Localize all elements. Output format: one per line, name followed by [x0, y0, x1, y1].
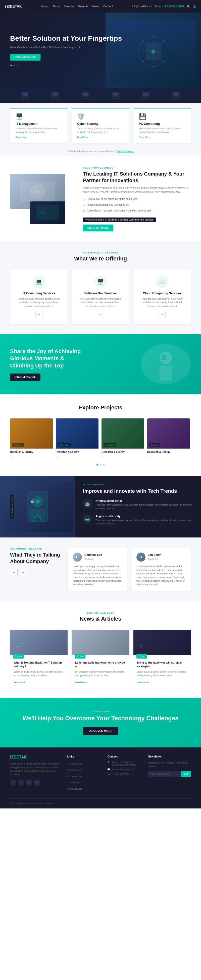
footer-link-2-anchor[interactable]: Cyber Security: [67, 769, 81, 771]
project-link-2[interactable]: →: [56, 456, 58, 458]
project-link-1[interactable]: →: [10, 456, 12, 458]
offering-arrow-2[interactable]: →: [97, 311, 104, 318]
twitter-icon[interactable]: t: [18, 780, 24, 786]
nav-about[interactable]: About: [53, 5, 60, 8]
project-card-1: Hardware Research & Energy →: [10, 418, 53, 459]
project-category-4: Business: [149, 443, 160, 447]
partner-logo-2: PARTNER: [51, 92, 59, 99]
service-card-more-1[interactable]: Read More: [16, 136, 62, 138]
nav-logo[interactable]: iiZEETAK: [5, 4, 22, 8]
footer-contact-col: Contact 📍 IT Your IT Services Company Ad…: [107, 755, 140, 792]
project-link-4[interactable]: →: [147, 456, 150, 458]
project-title-2: Research & Energy: [56, 449, 99, 454]
project-dot-1[interactable]: [96, 464, 98, 466]
svg-text:IT Work: IT Work: [31, 190, 40, 193]
news-read-more-1[interactable]: Read More: [14, 681, 25, 684]
project-image-4: Business: [147, 418, 190, 449]
nav-projects[interactable]: Projects: [78, 5, 88, 8]
news-read-more-2[interactable]: Read More: [75, 681, 87, 684]
footer-link-4: IT Consulting: [67, 780, 100, 784]
newsletter-email-input[interactable]: [148, 771, 181, 777]
hero-dot-1[interactable]: [10, 65, 12, 66]
testimonial-author-2: J Jon Smith Customer: [136, 552, 186, 562]
nav-news[interactable]: News: [93, 5, 99, 8]
cta-banner-title: Share the Joy of Achieving Glorious Mome…: [10, 348, 85, 369]
user-icon[interactable]: 👤: [193, 5, 196, 8]
service-card-more-2[interactable]: Read More: [77, 136, 124, 138]
partner-note-link[interactable]: Find Our Solution: [116, 150, 134, 153]
footer-about-text: Lorem ipsum is simply dummy text of the …: [10, 762, 59, 776]
hero-section: Better Solution at Your Fingertips We're…: [0, 13, 201, 88]
svg-rect-22: [160, 366, 172, 380]
offerings-label: Wide Range of Services: [10, 251, 191, 254]
tech-item-2-title: Augmented Reality: [96, 515, 193, 518]
news-card-1: 15 Jan 💻 What is Holding Back the IT Sol…: [10, 630, 68, 688]
partner-logo-3: PARTNER: [81, 92, 90, 99]
linkedin-icon[interactable]: in: [26, 780, 32, 786]
testimonial-next-button[interactable]: →: [19, 569, 27, 576]
project-link-3[interactable]: →: [102, 456, 104, 458]
news-card-2: 18 Jan 🤖 Leverage agile frameworks to pr…: [72, 630, 129, 688]
footer-links-title: Links: [67, 755, 100, 758]
instagram-icon[interactable]: ig: [34, 780, 40, 786]
testimonial-author-info-1: Christina Eva Customer: [85, 553, 102, 561]
footer-link-4-anchor[interactable]: IT Consulting: [67, 781, 80, 784]
offering-arrow-3[interactable]: →: [158, 311, 166, 318]
svg-rect-13: [113, 93, 118, 96]
footer-link-5-anchor[interactable]: Cloud Services: [67, 788, 82, 790]
offering-desc-2: There are many variations of lorem ipsum…: [77, 297, 124, 308]
news-desc-2: Lorem ipsum is simply dummy text of the …: [75, 670, 126, 677]
navbar-right: info@izeetak.com Free: + 1 800 666 0000 …: [132, 5, 196, 8]
testimonials-label: Customers Feedback: [10, 547, 60, 550]
testimonial-author-1: C Christina Eva Customer: [73, 552, 122, 562]
social-links: f t in ig: [10, 780, 59, 786]
project-card-3: Healthcare Research & Energy →: [102, 418, 144, 459]
facebook-icon[interactable]: f: [10, 780, 16, 786]
testimonial-prev-button[interactable]: ←: [10, 569, 18, 576]
tech-label: IT Technology: [83, 483, 193, 486]
footer-newsletter-col: Newsletter Subscribe to our newsletter t…: [148, 755, 191, 792]
search-icon[interactable]: 🔍: [187, 5, 190, 8]
footer-newsletter-desc: Subscribe to our newsletter to get lates…: [148, 761, 191, 768]
hero-content: Better Solution at Your Fingertips We're…: [10, 34, 191, 67]
service-cards-section: 🖥️ IT Management There are many variatio…: [0, 103, 201, 148]
email-icon: ✉️: [107, 768, 110, 770]
project-dot-3[interactable]: [103, 464, 105, 466]
hero-dot-2[interactable]: [13, 65, 15, 66]
testimonial-author-info-2: Jon Smith Customer: [148, 553, 161, 561]
cta-banner-image: 👤: [141, 344, 191, 384]
about-section: IT Work Tech About Our Business The Lead…: [0, 156, 201, 241]
testimonials-right: C Christina Eva Customer Lorem ipsum is …: [68, 547, 191, 591]
project-category-2: Healthcare: [58, 443, 70, 447]
footer-link-3-anchor[interactable]: PC Computing: [67, 775, 81, 778]
testimonial-name-1: Christina Eva: [85, 553, 102, 556]
hero-dot-3[interactable]: [17, 65, 18, 66]
testimonial-card-1: C Christina Eva Customer Lorem ipsum is …: [68, 547, 128, 591]
nav-contact[interactable]: Contact: [103, 5, 113, 8]
service-card-more-3[interactable]: Read More: [139, 136, 185, 138]
tech-image: IT Solutions 🤖: [0, 476, 75, 538]
projects-section: Explore Projects Hardware Research & Ene…: [0, 394, 201, 476]
news-header: Best Article Blog News & Articles: [10, 612, 191, 622]
footer-links-col: Links IT Management Cyber Security PC Co…: [67, 755, 100, 792]
news-title-1: What is Holding Back the IT Solution Ind…: [14, 661, 64, 668]
newsletter-submit-button[interactable]: GO: [181, 771, 191, 777]
svg-text:👤: 👤: [161, 355, 167, 360]
nav-home[interactable]: Home: [41, 5, 48, 8]
svg-rect-19: [37, 205, 59, 220]
project-dot-2[interactable]: [100, 464, 102, 466]
projects-title: Explore Projects: [10, 404, 191, 411]
tech-item-2-desc: There are many variations of available t…: [96, 519, 193, 525]
about-cta-button[interactable]: DISCOVER MORE: [83, 224, 113, 231]
nav-services[interactable]: Services: [64, 5, 74, 8]
project-title-3: Research & Energy: [102, 449, 144, 454]
svg-rect-15: [173, 93, 179, 96]
phone-icon: 📞: [107, 773, 110, 775]
cta-banner-button[interactable]: DISCOVER MORE: [10, 374, 40, 381]
offering-arrow-1[interactable]: →: [35, 311, 43, 318]
news-read-more-3[interactable]: Read More: [137, 681, 148, 684]
footer-link-1-anchor[interactable]: IT Management: [67, 762, 83, 765]
project-category-3: Healthcare: [104, 443, 116, 447]
hero-cta-button[interactable]: DISCOVER MORE: [10, 54, 40, 60]
bottom-cta-button[interactable]: DISCOVER MORE: [83, 727, 118, 735]
